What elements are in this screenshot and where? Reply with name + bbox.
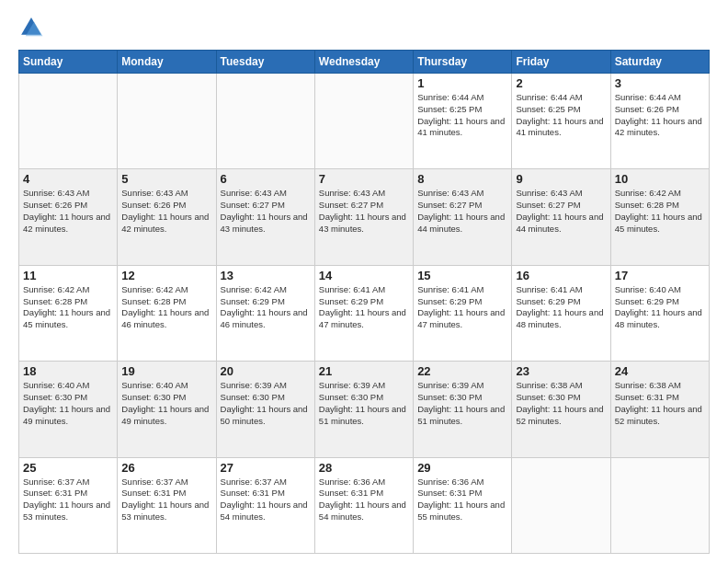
day-number: 7 [319, 172, 409, 186]
calendar-cell: 1Sunrise: 6:44 AM Sunset: 6:25 PM Daylig… [414, 74, 512, 169]
day-number: 2 [516, 76, 606, 90]
day-number: 6 [221, 172, 311, 186]
day-info: Sunrise: 6:42 AM Sunset: 6:28 PM Dayligh… [615, 188, 705, 235]
calendar-cell: 11Sunrise: 6:42 AM Sunset: 6:28 PM Dayli… [19, 265, 118, 361]
weekday-header-saturday: Saturday [610, 51, 709, 74]
day-info: Sunrise: 6:37 AM Sunset: 6:31 PM Dayligh… [23, 477, 113, 523]
day-number: 13 [221, 269, 311, 282]
calendar-cell [314, 74, 413, 169]
day-number: 17 [615, 269, 705, 282]
day-info: Sunrise: 6:37 AM Sunset: 6:31 PM Dayligh… [121, 477, 211, 523]
day-number: 12 [121, 269, 211, 282]
day-info: Sunrise: 6:38 AM Sunset: 6:30 PM Dayligh… [516, 380, 606, 427]
calendar-cell: 26Sunrise: 6:37 AM Sunset: 6:31 PM Dayli… [118, 457, 216, 553]
calendar-cell [512, 457, 610, 553]
calendar-cell: 15Sunrise: 6:41 AM Sunset: 6:29 PM Dayli… [414, 265, 512, 361]
weekday-header-monday: Monday [118, 51, 216, 74]
day-number: 16 [516, 269, 606, 282]
day-info: Sunrise: 6:36 AM Sunset: 6:31 PM Dayligh… [417, 477, 507, 523]
day-info: Sunrise: 6:38 AM Sunset: 6:31 PM Dayligh… [615, 380, 705, 427]
calendar-cell: 29Sunrise: 6:36 AM Sunset: 6:31 PM Dayli… [414, 457, 512, 553]
day-info: Sunrise: 6:36 AM Sunset: 6:31 PM Dayligh… [319, 477, 409, 523]
calendar-cell: 22Sunrise: 6:39 AM Sunset: 6:30 PM Dayli… [414, 362, 512, 457]
day-number: 1 [417, 76, 507, 90]
header [18, 15, 710, 40]
day-info: Sunrise: 6:41 AM Sunset: 6:29 PM Dayligh… [516, 284, 606, 331]
day-info: Sunrise: 6:37 AM Sunset: 6:31 PM Dayligh… [221, 477, 311, 523]
calendar-cell: 7Sunrise: 6:43 AM Sunset: 6:27 PM Daylig… [314, 169, 413, 265]
calendar-cell: 16Sunrise: 6:41 AM Sunset: 6:29 PM Dayli… [512, 265, 610, 361]
weekday-header-friday: Friday [512, 51, 610, 74]
calendar-cell: 19Sunrise: 6:40 AM Sunset: 6:30 PM Dayli… [118, 362, 216, 457]
calendar-cell: 27Sunrise: 6:37 AM Sunset: 6:31 PM Dayli… [216, 457, 314, 553]
day-number: 25 [23, 461, 113, 475]
day-number: 15 [417, 269, 507, 282]
calendar-cell: 12Sunrise: 6:42 AM Sunset: 6:28 PM Dayli… [118, 265, 216, 361]
calendar-cell: 2Sunrise: 6:44 AM Sunset: 6:25 PM Daylig… [512, 74, 610, 169]
calendar-week-2: 4Sunrise: 6:43 AM Sunset: 6:26 PM Daylig… [19, 169, 710, 265]
day-number: 3 [615, 76, 705, 90]
day-number: 9 [516, 172, 606, 186]
day-info: Sunrise: 6:39 AM Sunset: 6:30 PM Dayligh… [221, 380, 311, 427]
calendar-cell: 17Sunrise: 6:40 AM Sunset: 6:29 PM Dayli… [610, 265, 709, 361]
calendar-cell [610, 457, 709, 553]
day-info: Sunrise: 6:43 AM Sunset: 6:27 PM Dayligh… [221, 188, 311, 235]
calendar-cell: 8Sunrise: 6:43 AM Sunset: 6:27 PM Daylig… [414, 169, 512, 265]
weekday-header-sunday: Sunday [19, 51, 118, 74]
day-number: 18 [23, 364, 113, 378]
calendar-week-4: 18Sunrise: 6:40 AM Sunset: 6:30 PM Dayli… [19, 362, 710, 457]
weekday-header-row: SundayMondayTuesdayWednesdayThursdayFrid… [19, 51, 710, 74]
logo [18, 15, 48, 40]
day-number: 19 [121, 364, 211, 378]
day-number: 8 [417, 172, 507, 186]
day-info: Sunrise: 6:40 AM Sunset: 6:30 PM Dayligh… [23, 380, 113, 427]
calendar-cell: 13Sunrise: 6:42 AM Sunset: 6:29 PM Dayli… [216, 265, 314, 361]
calendar-table: SundayMondayTuesdayWednesdayThursdayFrid… [18, 50, 710, 554]
day-number: 28 [319, 461, 409, 475]
calendar-cell: 23Sunrise: 6:38 AM Sunset: 6:30 PM Dayli… [512, 362, 610, 457]
day-number: 5 [121, 172, 211, 186]
calendar-week-5: 25Sunrise: 6:37 AM Sunset: 6:31 PM Dayli… [19, 457, 710, 553]
calendar-cell: 25Sunrise: 6:37 AM Sunset: 6:31 PM Dayli… [19, 457, 118, 553]
day-number: 21 [319, 364, 409, 378]
calendar-cell: 20Sunrise: 6:39 AM Sunset: 6:30 PM Dayli… [216, 362, 314, 457]
day-info: Sunrise: 6:41 AM Sunset: 6:29 PM Dayligh… [417, 284, 507, 331]
day-number: 14 [319, 269, 409, 282]
day-info: Sunrise: 6:42 AM Sunset: 6:28 PM Dayligh… [121, 284, 211, 331]
day-info: Sunrise: 6:43 AM Sunset: 6:27 PM Dayligh… [516, 188, 606, 235]
calendar-cell: 4Sunrise: 6:43 AM Sunset: 6:26 PM Daylig… [19, 169, 118, 265]
day-number: 24 [615, 364, 705, 378]
weekday-header-wednesday: Wednesday [314, 51, 413, 74]
page: SundayMondayTuesdayWednesdayThursdayFrid… [0, 0, 728, 563]
calendar-cell [19, 74, 118, 169]
day-number: 11 [23, 269, 113, 282]
calendar-cell: 21Sunrise: 6:39 AM Sunset: 6:30 PM Dayli… [314, 362, 413, 457]
weekday-header-tuesday: Tuesday [216, 51, 314, 74]
day-info: Sunrise: 6:43 AM Sunset: 6:26 PM Dayligh… [23, 188, 113, 235]
day-info: Sunrise: 6:44 AM Sunset: 6:25 PM Dayligh… [516, 92, 606, 139]
day-info: Sunrise: 6:40 AM Sunset: 6:30 PM Dayligh… [121, 380, 211, 427]
calendar-cell: 6Sunrise: 6:43 AM Sunset: 6:27 PM Daylig… [216, 169, 314, 265]
calendar-cell: 5Sunrise: 6:43 AM Sunset: 6:26 PM Daylig… [118, 169, 216, 265]
day-info: Sunrise: 6:43 AM Sunset: 6:26 PM Dayligh… [121, 188, 211, 235]
calendar-cell [118, 74, 216, 169]
calendar-week-1: 1Sunrise: 6:44 AM Sunset: 6:25 PM Daylig… [19, 74, 710, 169]
day-info: Sunrise: 6:43 AM Sunset: 6:27 PM Dayligh… [417, 188, 507, 235]
day-number: 27 [221, 461, 311, 475]
day-number: 22 [417, 364, 507, 378]
logo-icon [18, 15, 44, 40]
weekday-header-thursday: Thursday [414, 51, 512, 74]
calendar-cell: 18Sunrise: 6:40 AM Sunset: 6:30 PM Dayli… [19, 362, 118, 457]
day-number: 26 [121, 461, 211, 475]
day-info: Sunrise: 6:39 AM Sunset: 6:30 PM Dayligh… [319, 380, 409, 427]
calendar-cell: 3Sunrise: 6:44 AM Sunset: 6:26 PM Daylig… [610, 74, 709, 169]
day-number: 23 [516, 364, 606, 378]
calendar-cell: 24Sunrise: 6:38 AM Sunset: 6:31 PM Dayli… [610, 362, 709, 457]
day-number: 20 [221, 364, 311, 378]
day-number: 10 [615, 172, 705, 186]
day-info: Sunrise: 6:43 AM Sunset: 6:27 PM Dayligh… [319, 188, 409, 235]
day-info: Sunrise: 6:41 AM Sunset: 6:29 PM Dayligh… [319, 284, 409, 331]
day-info: Sunrise: 6:44 AM Sunset: 6:25 PM Dayligh… [417, 92, 507, 139]
calendar-cell: 28Sunrise: 6:36 AM Sunset: 6:31 PM Dayli… [314, 457, 413, 553]
calendar-week-3: 11Sunrise: 6:42 AM Sunset: 6:28 PM Dayli… [19, 265, 710, 361]
